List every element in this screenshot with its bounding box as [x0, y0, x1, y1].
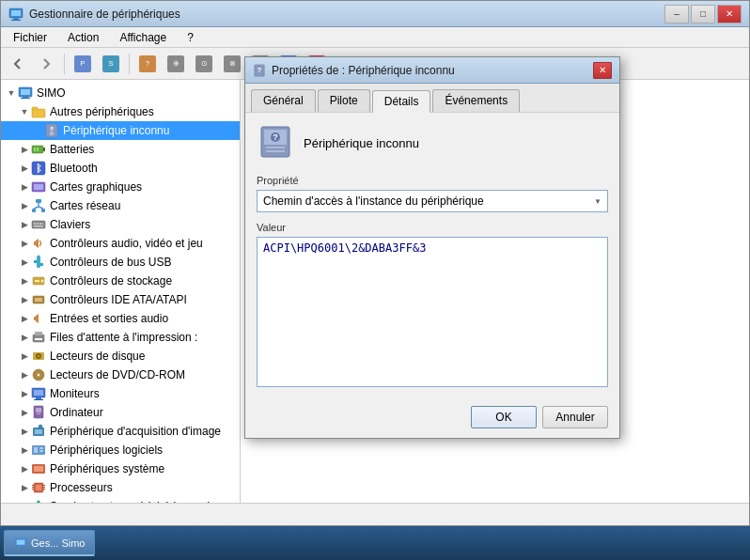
tree-item-unknown-device[interactable]: ? Périphérique inconnu [1, 121, 240, 140]
tree-panel[interactable]: ▼ SIMO ▼ [1, 80, 241, 503]
tree-item-computer[interactable]: ▶ Ordinateur [1, 403, 240, 422]
tree-item-audio-io[interactable]: ▶ Entrées et sorties audio [1, 309, 240, 328]
forward-button[interactable] [33, 52, 59, 76]
tree-item-keyboards[interactable]: ▶ Claviers [1, 215, 240, 234]
status-bar [1, 503, 749, 525]
tab-general[interactable]: Général [251, 89, 316, 112]
ok-button[interactable]: OK [471, 406, 537, 428]
tree-item-usb[interactable]: ▶ Contrôleurs de bus USB [1, 253, 240, 272]
maximize-button[interactable]: □ [691, 5, 715, 23]
svg-rect-65 [39, 450, 43, 452]
menu-affichage[interactable]: Affichage [111, 28, 175, 47]
tree-item-disk[interactable]: ▶ Lecteurs de disque [1, 347, 240, 366]
svg-rect-54 [36, 397, 41, 399]
toggle-unknown[interactable] [31, 124, 44, 137]
label-ide: Contrôleurs IDE ATA/ATAPI [50, 293, 187, 306]
tree-item-processors[interactable]: ▶ Processeurs [1, 478, 240, 497]
toggle-system[interactable]: ▶ [18, 462, 31, 475]
tree-item-bluetooth[interactable]: ▶ ᛒ Bluetooth [1, 159, 240, 178]
minimize-button[interactable]: – [664, 5, 689, 23]
icon-simo [18, 86, 33, 101]
tree-item-network[interactable]: ▶ Cartes réseau [1, 196, 240, 215]
tree-item-batteries[interactable]: ▶ Batteries [1, 140, 240, 159]
label-disk: Lecteurs de disque [50, 350, 145, 363]
svg-rect-55 [34, 399, 43, 400]
title-bar-buttons: – □ ✕ [664, 5, 742, 23]
value-section-label: Valeur [257, 222, 608, 233]
toggle-disk[interactable]: ▶ [18, 350, 31, 363]
toggle-processors[interactable]: ▶ [18, 481, 31, 494]
label-simo: SIMO [37, 86, 66, 100]
toggle-bluetooth[interactable]: ▶ [18, 162, 31, 175]
cancel-button[interactable]: Annuler [542, 406, 608, 428]
menu-help[interactable]: ? [179, 28, 202, 47]
svg-text:?: ? [50, 126, 54, 132]
svg-rect-16 [34, 148, 36, 151]
label-system: Périphériques système [50, 462, 164, 475]
scan-button[interactable]: S [98, 52, 124, 76]
icon-image [31, 424, 46, 439]
toggle-print[interactable]: ▶ [18, 331, 31, 344]
tree-item-audio[interactable]: ▶ Contrôleurs audio, vidéo et jeu [1, 234, 240, 253]
extra2-button[interactable]: ⊙ [191, 52, 217, 76]
tree-item-ide[interactable]: ▶ Contrôleurs IDE ATA/ATAPI [1, 290, 240, 309]
tab-evenements[interactable]: Événements [432, 89, 520, 112]
close-button[interactable]: ✕ [717, 5, 742, 23]
toggle-monitors[interactable]: ▶ [18, 387, 31, 400]
extra1-icon: ⊕ [167, 55, 184, 72]
toggle-simo[interactable]: ▼ [5, 86, 18, 100]
back-button[interactable] [5, 52, 31, 76]
tree-item-autres[interactable]: ▼ Autres périphériques [1, 102, 240, 121]
toggle-audio[interactable]: ▶ [18, 237, 31, 250]
toggle-dvd[interactable]: ▶ [18, 368, 31, 381]
svg-rect-21 [34, 184, 43, 190]
extra3-button[interactable]: ⊗ [219, 52, 245, 76]
icon-print [31, 330, 46, 345]
toggle-usb[interactable]: ▶ [18, 256, 31, 269]
tree-item-print[interactable]: ▶ Files d'attente à l'impression : [1, 328, 240, 347]
menu-action[interactable]: Action [59, 28, 107, 47]
toggle-graphics[interactable]: ▶ [18, 180, 31, 194]
label-processors: Processeurs [50, 481, 113, 494]
label-computer2: Ordinateur [50, 406, 103, 419]
svg-rect-63 [34, 447, 38, 453]
toggle-storage[interactable]: ▶ [18, 274, 31, 288]
tab-details[interactable]: Détails [372, 90, 431, 113]
tree-item-software[interactable]: ▶ Périphériques logiciels [1, 441, 240, 459]
toggle-ide[interactable]: ▶ [18, 293, 31, 306]
svg-rect-69 [36, 485, 41, 490]
dialog-close-button[interactable]: ✕ [593, 62, 612, 79]
tree-item-graphics[interactable]: ▶ Cartes graphiques [1, 178, 240, 196]
svg-rect-71 [32, 487, 34, 488]
tree-item-monitors[interactable]: ▶ Moniteurs [1, 384, 240, 403]
extra1-button[interactable]: ⊕ [163, 52, 189, 76]
svg-rect-9 [32, 107, 38, 110]
help-button[interactable]: ? [134, 52, 161, 76]
app-icon [8, 7, 23, 22]
tree-item-system[interactable]: ▶ Périphériques système [1, 459, 240, 478]
toggle-computer[interactable]: ▶ [18, 406, 31, 419]
toggle-network[interactable]: ▶ [18, 199, 31, 212]
tab-pilote[interactable]: Pilote [318, 89, 370, 112]
tree-item-storage[interactable]: ▶ Contrôleurs de stockage [1, 272, 240, 290]
taskbar-item-device-manager[interactable]: Ges... Simo [4, 530, 95, 556]
label-storage: Contrôleurs de stockage [50, 274, 172, 288]
label-print: Files d'attente à l'impression : [50, 331, 197, 344]
toggle-audio-io[interactable]: ▶ [18, 312, 31, 325]
value-display-area[interactable]: ACPI\HPQ6001\2&DABA3FF&3 [257, 237, 608, 387]
toggle-image[interactable]: ▶ [18, 425, 31, 438]
property-dropdown[interactable]: Chemin d'accès à l'instance du périphéri… [257, 190, 608, 212]
tree-item-simo[interactable]: ▼ SIMO [1, 84, 240, 102]
menu-fichier[interactable]: Fichier [5, 28, 55, 47]
svg-rect-32 [42, 223, 43, 225]
svg-rect-57 [36, 408, 41, 412]
toggle-batteries[interactable]: ▶ [18, 143, 31, 156]
toggle-software[interactable]: ▶ [18, 443, 31, 457]
tree-item-image[interactable]: ▶ Périphérique d'acquisition d'image [1, 422, 240, 441]
svg-point-48 [38, 355, 39, 357]
properties-button[interactable]: P [70, 52, 96, 76]
tree-item-dvd[interactable]: ▶ Lecteurs de DVD/CD-ROM [1, 366, 240, 384]
toggle-autres[interactable]: ▼ [18, 105, 31, 118]
toggle-keyboards[interactable]: ▶ [18, 218, 31, 231]
svg-rect-85 [266, 147, 285, 148]
